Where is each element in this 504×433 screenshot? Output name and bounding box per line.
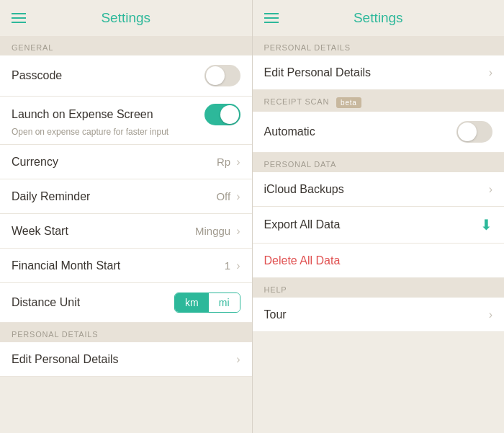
right-header: Settings [253,0,505,36]
launch-expense-knob [220,105,239,124]
distance-mi-button[interactable]: mi [209,293,240,312]
launch-expense-item[interactable]: Launch on Expense Screen Open on expense… [0,97,252,145]
edit-personal-details-left-item[interactable]: Edit Personal Details › [0,342,252,377]
tour-label: Tour [264,308,287,321]
passcode-toggle-knob [206,66,225,85]
currency-label: Currency [12,156,58,169]
delete-all-data-item[interactable]: Delete All Data [253,244,505,278]
currency-chevron: › [236,156,240,169]
daily-reminder-right: Off › [216,190,240,203]
left-header: Settings [0,0,252,36]
export-all-data-item[interactable]: Export All Data ⬇ [253,207,505,244]
financial-month-label: Financial Month Start [12,259,120,272]
delete-all-data-label: Delete All Data [264,254,341,267]
distance-unit-toggle[interactable]: km mi [174,293,240,313]
automatic-label: Automatic [264,125,315,138]
export-icon: ⬇ [480,216,492,233]
distance-unit-item: Distance Unit km mi [0,283,252,323]
edit-personal-details-left-label: Edit Personal Details [12,353,119,366]
passcode-item[interactable]: Passcode [0,55,252,97]
right-hamburger-icon[interactable] [264,13,279,23]
week-start-label: Week Start [12,225,68,238]
currency-item[interactable]: Currency Rp › [0,145,252,179]
right-panel-title: Settings [354,10,403,26]
icloud-backups-label: iCloud Backups [264,183,344,196]
automatic-toggle[interactable] [456,121,492,143]
passcode-toggle[interactable] [204,65,240,86]
left-panel-title: Settings [101,10,150,26]
financial-month-right: 1 › [225,259,240,272]
automatic-item[interactable]: Automatic [253,112,505,153]
daily-reminder-label: Daily Reminder [12,190,90,203]
general-section-label: GENERAL [0,36,252,55]
financial-month-chevron: › [236,259,240,272]
week-start-value: Minggu [195,225,230,237]
daily-reminder-value: Off [216,190,230,202]
daily-reminder-item[interactable]: Daily Reminder Off › [0,179,252,214]
automatic-toggle-knob [458,122,477,141]
right-panel: Settings PERSONAL DETAILS Edit Personal … [253,0,505,433]
icloud-backups-chevron: › [489,183,492,196]
help-section-label: HELP [253,278,505,298]
beta-badge: beta [336,97,361,108]
edit-personal-details-label: Edit Personal Details [264,66,372,79]
left-hamburger-icon[interactable] [12,13,26,23]
receipt-scan-section-label: RECEIPT SCAN beta [253,90,505,112]
week-start-item[interactable]: Week Start Minggu › [0,214,252,249]
export-all-data-label: Export All Data [264,218,341,231]
personal-details-section-label-left: PERSONAL DETAILS [0,323,252,342]
edit-personal-details-left-chevron: › [236,353,240,366]
launch-expense-toggle[interactable] [204,104,240,125]
week-start-right: Minggu › [195,225,240,238]
week-start-chevron: › [236,225,240,238]
left-panel: Settings GENERAL Passcode Launch on Expe… [0,0,252,433]
launch-expense-label: Launch on Expense Screen [12,108,153,121]
tour-item[interactable]: Tour › [253,298,505,332]
personal-data-section-label: PERSONAL DATA [253,153,505,172]
daily-reminder-chevron: › [236,190,240,203]
distance-km-button[interactable]: km [175,293,209,312]
financial-month-value: 1 [225,259,230,272]
currency-value: Rp [217,156,230,168]
edit-personal-details-chevron: › [489,66,492,79]
icloud-backups-item[interactable]: iCloud Backups › [253,172,505,207]
distance-unit-label: Distance Unit [12,296,80,309]
personal-details-section-label: PERSONAL DETAILS [253,36,505,55]
tour-chevron: › [489,308,492,321]
edit-personal-details-item[interactable]: Edit Personal Details › [253,55,505,90]
passcode-label: Passcode [12,69,62,82]
currency-right: Rp › [217,156,240,169]
launch-expense-top: Launch on Expense Screen [12,104,240,125]
financial-month-item[interactable]: Financial Month Start 1 › [0,249,252,283]
launch-expense-subtitle: Open on expense capture for faster input [12,127,240,137]
